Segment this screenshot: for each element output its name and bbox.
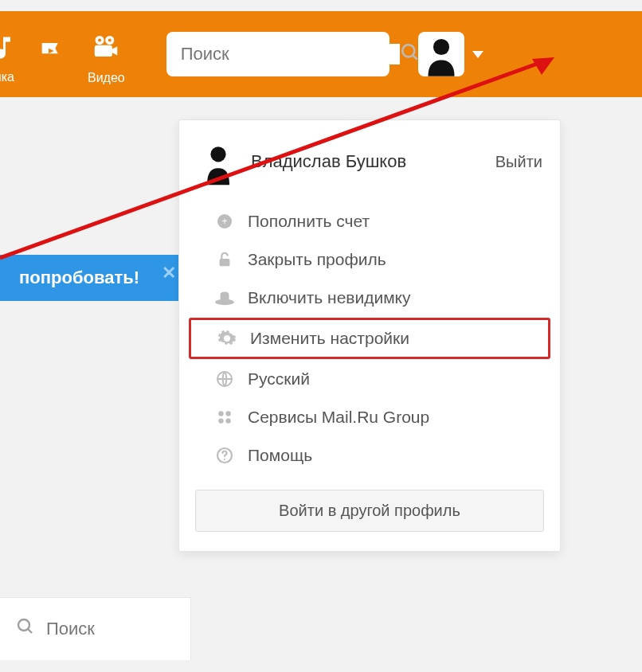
user-name[interactable]: Владислав Бушков	[251, 151, 495, 172]
svg-point-5	[433, 39, 449, 55]
nav-item-flag[interactable]	[37, 39, 69, 79]
menu-label: Сервисы Mail.Ru Group	[248, 408, 429, 427]
svg-point-0	[97, 37, 104, 44]
user-dropdown: Владислав Бушков Выйти + Пополнить счет …	[178, 119, 561, 552]
promo-banner[interactable]: попробовать! ✕	[0, 255, 187, 301]
nav-label: Видео	[88, 71, 125, 84]
top-header: ыка Видео	[0, 11, 642, 97]
coins-icon: +	[213, 212, 237, 231]
dropdown-footer: Войти в другой профиль	[179, 475, 560, 537]
svg-rect-2	[95, 45, 112, 57]
header-search-box[interactable]	[166, 32, 390, 76]
nav-item-music[interactable]: ыка	[0, 33, 18, 84]
menu-item-language[interactable]: Русский	[189, 361, 550, 397]
search-icon[interactable]	[400, 42, 421, 66]
svg-rect-9	[220, 259, 230, 266]
svg-point-13	[225, 411, 230, 416]
caret-down-icon[interactable]	[472, 51, 483, 58]
svg-point-17	[224, 459, 225, 460]
avatar	[197, 136, 240, 187]
nav-label: ыка	[0, 70, 14, 84]
menu-item-close-profile[interactable]: Закрыть профиль	[189, 241, 550, 278]
nav-item-video[interactable]: Видео	[88, 33, 125, 85]
menu-label: Изменить настройки	[250, 329, 409, 348]
menu-item-mailru-services[interactable]: Сервисы Mail.Ru Group	[189, 399, 550, 436]
globe-icon	[213, 369, 237, 389]
login-other-profile-button[interactable]: Войти в другой профиль	[195, 490, 544, 532]
menu-item-help[interactable]: Помощь	[189, 437, 550, 474]
logout-link[interactable]: Выйти	[495, 153, 542, 171]
svg-point-6	[210, 147, 225, 162]
sidebar-search-label: Поиск	[46, 619, 95, 639]
svg-point-20	[18, 619, 29, 631]
sidebar-search[interactable]: Поиск	[0, 597, 191, 660]
gear-icon	[215, 329, 239, 348]
svg-point-14	[218, 418, 223, 423]
svg-text:+: +	[221, 216, 227, 227]
grid-icon	[213, 408, 237, 426]
lock-open-icon	[213, 250, 237, 269]
menu-label: Пополнить счет	[248, 212, 370, 231]
menu-item-settings[interactable]: Изменить настройки	[189, 318, 550, 359]
search-icon	[16, 617, 35, 641]
menu-label: Помощь	[248, 446, 312, 465]
svg-point-3	[402, 45, 414, 57]
hat-icon	[213, 289, 237, 307]
menu-label: Русский	[248, 369, 310, 389]
header-avatar[interactable]	[418, 32, 464, 76]
svg-line-4	[413, 55, 417, 59]
dropdown-menu: + Пополнить счет Закрыть профиль Включит…	[179, 203, 560, 474]
dropdown-header: Владислав Бушков Выйти	[179, 130, 560, 201]
menu-item-invisible[interactable]: Включить невидимку	[189, 279, 550, 316]
svg-point-1	[107, 37, 113, 44]
search-input[interactable]	[181, 44, 400, 64]
svg-line-21	[28, 629, 32, 633]
help-icon	[213, 446, 237, 465]
video-camera-icon	[88, 33, 125, 66]
close-icon[interactable]: ✕	[162, 263, 176, 283]
play-flag-icon	[37, 39, 69, 74]
menu-item-topup[interactable]: + Пополнить счет	[189, 203, 550, 240]
svg-point-12	[218, 411, 223, 416]
svg-point-15	[225, 418, 230, 423]
promo-text: попробовать!	[19, 268, 139, 287]
music-icon	[0, 33, 18, 65]
menu-label: Закрыть профиль	[248, 250, 386, 269]
menu-label: Включить невидимку	[248, 288, 411, 307]
